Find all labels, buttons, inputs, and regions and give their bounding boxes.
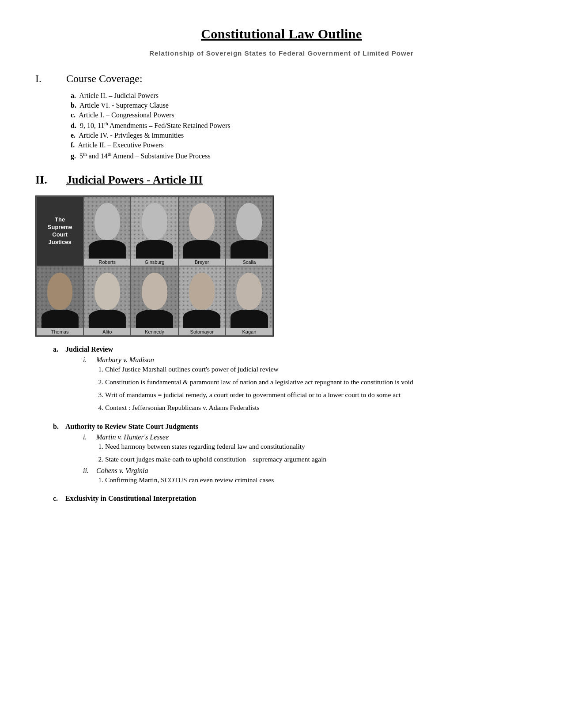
subsection-c: c. Exclusivity in Constitutional Interpr…: [35, 495, 528, 503]
section-1: I. Course Coverage: a. Article II. – Jud…: [35, 73, 528, 160]
case-cohens: ii. Cohens v. Virginia Confirming Martin…: [65, 467, 528, 485]
section-2: II. Judicial Powers - Article III TheSup…: [35, 173, 528, 503]
page-title: Constitutional Law Outline: [35, 26, 528, 41]
section-1-num: I.: [35, 73, 53, 85]
page-subtitle: Relationship of Sovereign States to Fede…: [35, 49, 528, 57]
subsection-c-label: c.: [53, 495, 61, 503]
subsection-b-label: b.: [53, 423, 61, 488]
case-name-marbury: Marbury v. Madison: [96, 356, 154, 364]
roman-i-b: i.: [83, 433, 92, 441]
list-item: Context : Jeffersonian Republicans v. Ad…: [105, 402, 528, 413]
list-item: g. 5th and 14th Amend – Substantive Due …: [71, 151, 528, 160]
section-2-title: Judicial Powers - Article III: [66, 173, 203, 187]
case-name-cohens: Cohens v. Virginia: [96, 467, 148, 475]
course-coverage-list: a. Article II. – Judicial Powers b. Arti…: [35, 92, 528, 160]
martin-points: Need harmony between states regarding fe…: [96, 441, 528, 465]
court-row-2: Thomas Alito Kennedy: [36, 266, 273, 336]
cohens-points: Confirming Martin, SCOTUS can even revie…: [96, 475, 528, 485]
list-item: d. 9, 10, 11th Amendments – Fed/State Re…: [71, 121, 528, 130]
court-justice-sotomayor: Sotomayor: [178, 266, 226, 336]
list-item: c. Article I. – Congressional Powers: [71, 111, 528, 119]
court-justice-thomas: Thomas: [36, 266, 83, 336]
subsection-b-title: Authority to Review State Court Judgment…: [65, 423, 198, 430]
court-title-text: TheSupremeCourtJustices: [45, 214, 75, 248]
list-item: Constitution is fundamental & paramount …: [105, 377, 528, 387]
roman-ii: ii.: [83, 467, 92, 475]
subsection-a-label: a.: [53, 345, 61, 416]
court-justice-ginsburg: Ginsburg: [131, 196, 178, 266]
supreme-court-image: TheSupremeCourtJustices Roberts Ginsburg: [35, 195, 274, 337]
list-item: State court judges make oath to uphold c…: [105, 454, 528, 464]
list-item: e. Article IV. - Privileges & Immunities: [71, 131, 528, 139]
roman-i: i.: [83, 356, 92, 364]
section-1-title: Course Coverage:: [66, 73, 143, 85]
case-name-martin: Martin v. Hunter's Lessee: [96, 433, 169, 441]
court-justice-scalia: Scalia: [226, 196, 273, 266]
case-martin: i. Martin v. Hunter's Lessee Need harmon…: [65, 433, 528, 465]
subsection-a-title: Judicial Review: [65, 345, 113, 353]
subsection-c-title: Exclusivity in Constitutional Interpreta…: [65, 495, 196, 502]
list-item: Writ of mandamus = judicial remedy, a co…: [105, 390, 528, 400]
case-marbury: i. Marbury v. Madison Chief Justice Mars…: [65, 356, 528, 413]
court-justice-breyer: Breyer: [178, 196, 226, 266]
marbury-points: Chief Justice Marshall outlines court's …: [96, 364, 528, 413]
subsection-b: b. Authority to Review State Court Judgm…: [35, 423, 528, 488]
section-2-num: II.: [35, 173, 57, 187]
court-justice-kagan: Kagan: [226, 266, 273, 336]
subsection-a: a. Judicial Review i. Marbury v. Madison…: [35, 345, 528, 416]
list-item: Confirming Martin, SCOTUS can even revie…: [105, 475, 528, 485]
list-item: a. Article II. – Judicial Powers: [71, 92, 528, 100]
court-justice-alito: Alito: [83, 266, 131, 336]
list-item: f. Article II. – Executive Powers: [71, 141, 528, 149]
list-item: b. Article VI. - Supremacy Clause: [71, 101, 528, 109]
court-justice-kennedy: Kennedy: [131, 266, 178, 336]
list-item: Need harmony between states regarding fe…: [105, 441, 528, 451]
court-justice-roberts: Roberts: [83, 196, 131, 266]
court-row-1: TheSupremeCourtJustices Roberts Ginsburg: [36, 196, 273, 266]
list-item: Chief Justice Marshall outlines court's …: [105, 364, 528, 374]
court-title-cell: TheSupremeCourtJustices: [36, 196, 83, 266]
